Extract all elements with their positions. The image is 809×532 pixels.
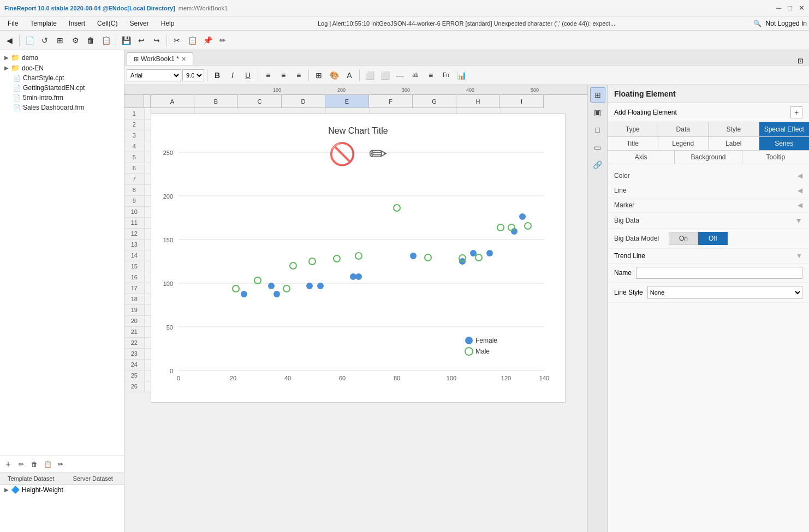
color-row[interactable]: Color ◀: [608, 169, 809, 183]
dataset-item-height-weight[interactable]: ▶ 🔷 Height-Weight: [0, 485, 124, 495]
col-header-d[interactable]: D: [282, 95, 325, 108]
trend-line-expand-icon[interactable]: ▼: [796, 252, 802, 260]
add-dataset-btn[interactable]: +: [2, 458, 14, 470]
grid-scroll[interactable]: 1234567891011121314151617181920212223242…: [124, 108, 587, 532]
maximize-button[interactable]: □: [788, 4, 792, 12]
col-header-b[interactable]: B: [194, 95, 238, 108]
tab-special-effect[interactable]: Special Effect: [759, 122, 810, 136]
search-icon[interactable]: 🔍: [753, 20, 762, 27]
tab-workbook1[interactable]: ⊞ WorkBook1 * ✕: [127, 52, 193, 65]
col-header-c[interactable]: C: [238, 95, 282, 108]
subtab-legend[interactable]: Legend: [658, 137, 709, 150]
tab-type[interactable]: Type: [608, 122, 658, 136]
tree-item-sales[interactable]: 📄 Sales Dashboard.frm: [2, 103, 122, 112]
redo-btn[interactable]: ↪: [150, 33, 164, 47]
chart-edit-icon[interactable]: ✏: [369, 141, 388, 167]
undo-btn[interactable]: ↩: [134, 33, 148, 47]
add-element-button[interactable]: +: [790, 106, 802, 118]
line-style-select[interactable]: None Solid Dashed Dotted: [647, 286, 802, 299]
fill-color-btn[interactable]: 🎨: [327, 68, 341, 82]
menu-cell[interactable]: Cell(C): [92, 19, 123, 28]
menu-file[interactable]: File: [2, 19, 23, 28]
col-header-i[interactable]: I: [500, 95, 544, 108]
preview-dataset-btn[interactable]: 📋: [41, 458, 53, 470]
col-header-a[interactable]: A: [151, 95, 194, 108]
tree-item-5min[interactable]: 📄 5min-intro.frm: [2, 93, 122, 103]
marker-row[interactable]: Marker ◀: [608, 198, 809, 213]
toggle-off-btn[interactable]: Off: [698, 232, 728, 245]
menu-help[interactable]: Help: [156, 19, 180, 28]
name-input[interactable]: [636, 267, 802, 279]
font-size-select[interactable]: 9.0: [182, 69, 204, 81]
cut-btn[interactable]: ✂: [170, 33, 184, 47]
big-data-row[interactable]: Big Data ▼: [608, 213, 809, 229]
new-btn[interactable]: 📄: [22, 33, 37, 47]
menu-server[interactable]: Server: [124, 19, 154, 28]
rename-dataset-btn[interactable]: ✏: [55, 458, 67, 470]
trend-line-row[interactable]: Trend Line ▼: [608, 249, 809, 264]
font-family-select[interactable]: Arial: [127, 69, 181, 81]
tab-data[interactable]: Data: [658, 122, 709, 136]
subtab-title[interactable]: Title: [608, 137, 658, 150]
tab-close-btn[interactable]: ✕: [181, 56, 186, 63]
merge-btn[interactable]: ⬜: [362, 68, 377, 82]
save-btn[interactable]: 💾: [119, 33, 133, 47]
fn-btn[interactable]: Fn: [439, 68, 453, 82]
line-row[interactable]: Line ◀: [608, 183, 809, 198]
minimize-button[interactable]: ─: [776, 4, 781, 12]
delete-btn[interactable]: 🗑: [84, 33, 98, 47]
menu-insert[interactable]: Insert: [63, 19, 91, 28]
icon-table-btn[interactable]: □: [590, 122, 605, 138]
settings-btn[interactable]: ⚙: [68, 33, 82, 47]
align-center-btn[interactable]: ≡: [276, 68, 290, 82]
col-header-g[interactable]: G: [413, 95, 456, 108]
underline-btn[interactable]: U: [241, 68, 255, 82]
paste-btn[interactable]: 📋: [185, 33, 199, 47]
tab-server-dataset[interactable]: Server Dataset: [62, 473, 124, 485]
chart-element[interactable]: 🚫 ✏ New Chart Title 250 200 150: [151, 113, 566, 403]
italic-btn[interactable]: I: [225, 68, 240, 82]
chart-eye-slash-icon[interactable]: 🚫: [329, 141, 356, 167]
menu-template[interactable]: Template: [25, 19, 62, 28]
align-left-btn[interactable]: ≡: [261, 68, 275, 82]
tree-item-gettingstarted[interactable]: 📄 GettingStartedEN.cpt: [2, 83, 122, 93]
paste2-btn[interactable]: 📌: [200, 33, 215, 47]
collapse-panel-btn[interactable]: ◀: [2, 33, 16, 47]
merge2-btn[interactable]: ⬜: [378, 68, 392, 82]
icon-grid-btn[interactable]: ⊞: [590, 87, 605, 103]
line-btn[interactable]: —: [393, 68, 407, 82]
ab-btn[interactable]: ab: [408, 68, 423, 82]
subtab-background[interactable]: Background: [675, 151, 742, 164]
subtab-axis[interactable]: Axis: [608, 151, 675, 164]
icon-frame-btn[interactable]: ▭: [590, 140, 605, 155]
tab-template-dataset[interactable]: Template Dataset: [0, 473, 62, 485]
subtab-tooltip[interactable]: Tooltip: [742, 151, 809, 164]
border-btn[interactable]: ⊞: [312, 68, 326, 82]
login-status[interactable]: Not Logged In: [766, 20, 807, 27]
tree-item-doc-en[interactable]: ▶ 📁 doc-EN: [2, 63, 122, 73]
tree-item-chartstyle[interactable]: 📄 ChartStyle.cpt: [2, 73, 122, 83]
align-right-btn[interactable]: ≡: [292, 68, 306, 82]
tab-options-btn[interactable]: ⊡: [794, 57, 807, 65]
chart-btn[interactable]: 📊: [454, 68, 468, 82]
close-button[interactable]: ✕: [799, 4, 805, 12]
tab-style[interactable]: Style: [709, 122, 759, 136]
big-data-expand-icon[interactable]: ▼: [795, 216, 802, 225]
para-btn[interactable]: ≡: [424, 68, 438, 82]
bold-btn[interactable]: B: [210, 68, 224, 82]
refresh-btn[interactable]: ↺: [38, 33, 52, 47]
tree-item-demo[interactable]: ▶ 📁 demo: [2, 52, 122, 63]
col-header-e[interactable]: E: [325, 95, 369, 108]
delete-dataset-btn[interactable]: 🗑: [28, 458, 40, 470]
icon-link-btn[interactable]: 🔗: [590, 157, 605, 172]
subtab-series[interactable]: Series: [759, 137, 810, 150]
col-header-h[interactable]: H: [456, 95, 500, 108]
copy-btn[interactable]: 📋: [99, 33, 113, 47]
format-btn[interactable]: ✏: [216, 33, 230, 47]
icon-panel-btn[interactable]: ▣: [590, 105, 605, 120]
grid-btn[interactable]: ⊞: [53, 33, 67, 47]
subtab-label[interactable]: Label: [709, 137, 759, 150]
col-header-f[interactable]: F: [369, 95, 413, 108]
toggle-on-btn[interactable]: On: [669, 232, 698, 245]
font-color-btn[interactable]: A: [342, 68, 356, 82]
